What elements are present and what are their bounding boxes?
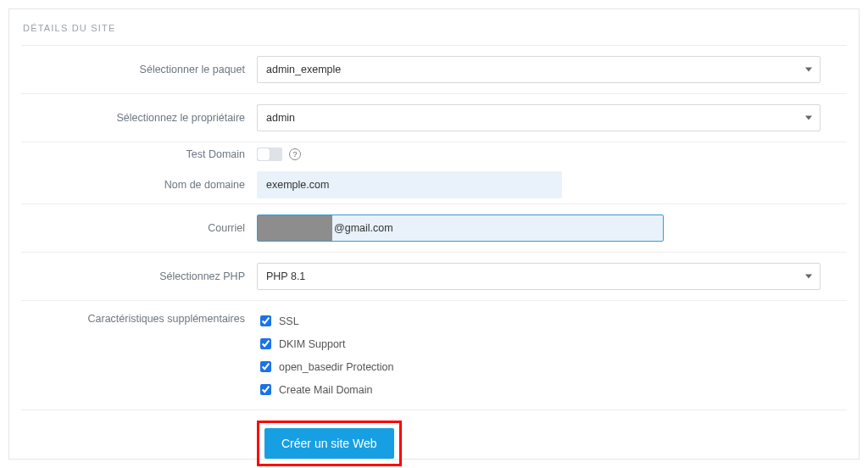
email-redacted [258, 215, 332, 241]
domain-label: Nom de domaine [21, 179, 257, 191]
email-input[interactable]: @gmail.com [257, 214, 664, 242]
features-label: Caractéristiques supplémentaires [21, 311, 257, 325]
package-select[interactable]: admin_exemple [257, 56, 821, 83]
owner-select[interactable]: admin [257, 104, 821, 131]
feature-ssl[interactable]: SSL [257, 311, 299, 331]
php-label: Sélectionnez PHP [21, 270, 257, 282]
feature-maildomain-checkbox[interactable] [260, 384, 271, 395]
php-select[interactable]: PHP 8.1 [257, 263, 821, 290]
help-icon[interactable]: ? [289, 148, 301, 160]
submit-highlight: Créer un site Web [257, 421, 402, 466]
test-domain-toggle[interactable] [257, 148, 282, 161]
package-label: Sélectionner le paquet [21, 64, 257, 75]
owner-label: Sélectionnez le propriétaire [21, 112, 257, 124]
feature-openbasedir-checkbox[interactable] [260, 361, 271, 372]
create-site-button[interactable]: Créer un site Web [264, 428, 394, 459]
feature-openbasedir[interactable]: open_basedir Protection [257, 357, 394, 376]
feature-dkim-checkbox[interactable] [260, 338, 271, 349]
features-group: SSL DKIM Support open_basedir Protection… [257, 311, 394, 399]
email-label: Courriel [21, 222, 257, 234]
panel-title: DÉTAILS DU SITE [16, 23, 852, 45]
feature-ssl-checkbox[interactable] [260, 315, 271, 326]
site-details-panel: DÉTAILS DU SITE Sélectionner le paquet a… [8, 8, 860, 460]
domain-input[interactable] [257, 171, 562, 198]
test-domain-label: Test Domain [21, 148, 257, 160]
feature-dkim[interactable]: DKIM Support [257, 334, 346, 354]
feature-maildomain[interactable]: Create Mail Domain [257, 380, 372, 399]
